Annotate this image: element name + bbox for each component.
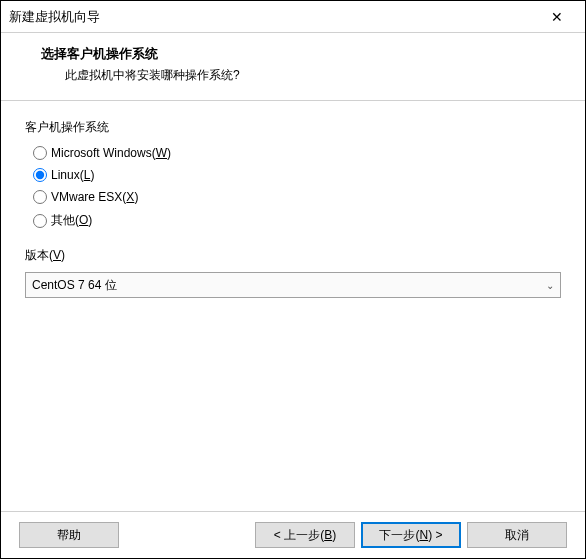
version-label: 版本(V) — [25, 247, 561, 264]
os-option-linux[interactable]: Linux(L) — [33, 168, 561, 182]
radio-vmware-esx-label: VMware ESX(X) — [51, 190, 138, 204]
os-option-other[interactable]: 其他(O) — [33, 212, 561, 229]
page-heading: 选择客户机操作系统 — [25, 45, 561, 63]
version-section: 版本(V) CentOS 7 64 位 ⌄ — [25, 247, 561, 298]
radio-linux-label: Linux(L) — [51, 168, 94, 182]
radio-linux[interactable] — [33, 168, 47, 182]
os-group-label: 客户机操作系统 — [25, 119, 561, 136]
version-selected: CentOS 7 64 位 — [32, 277, 546, 294]
wizard-footer: 帮助 < 上一步(B) 下一步(N) > 取消 — [1, 511, 585, 558]
wizard-content: 客户机操作系统 Microsoft Windows(W) Linux(L) VM… — [1, 101, 585, 511]
radio-windows[interactable] — [33, 146, 47, 160]
chevron-down-icon: ⌄ — [546, 280, 554, 291]
help-button[interactable]: 帮助 — [19, 522, 119, 548]
wizard-dialog: 新建虚拟机向导 ✕ 选择客户机操作系统 此虚拟机中将安装哪种操作系统? 客户机操… — [0, 0, 586, 559]
version-dropdown[interactable]: CentOS 7 64 位 ⌄ — [25, 272, 561, 298]
os-option-windows[interactable]: Microsoft Windows(W) — [33, 146, 561, 160]
radio-windows-label: Microsoft Windows(W) — [51, 146, 171, 160]
back-button[interactable]: < 上一步(B) — [255, 522, 355, 548]
radio-vmware-esx[interactable] — [33, 190, 47, 204]
os-radio-group: Microsoft Windows(W) Linux(L) VMware ESX… — [25, 146, 561, 229]
dialog-title: 新建虚拟机向导 — [9, 8, 537, 26]
titlebar: 新建虚拟机向导 ✕ — [1, 1, 585, 33]
wizard-header: 选择客户机操作系统 此虚拟机中将安装哪种操作系统? — [1, 33, 585, 101]
next-button[interactable]: 下一步(N) > — [361, 522, 461, 548]
os-option-vmware-esx[interactable]: VMware ESX(X) — [33, 190, 561, 204]
page-subtext: 此虚拟机中将安装哪种操作系统? — [25, 67, 561, 84]
radio-other-label: 其他(O) — [51, 212, 92, 229]
close-icon[interactable]: ✕ — [537, 9, 577, 25]
radio-other[interactable] — [33, 214, 47, 228]
cancel-button[interactable]: 取消 — [467, 522, 567, 548]
